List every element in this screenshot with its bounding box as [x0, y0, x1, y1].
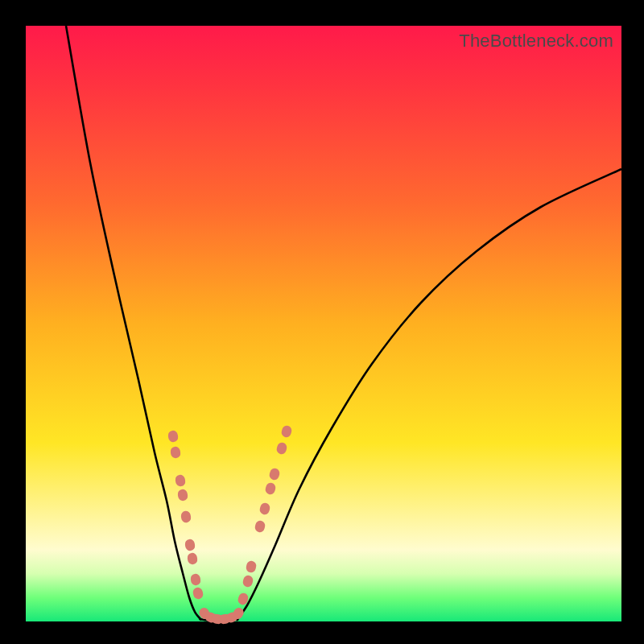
bead-marker: [175, 474, 186, 487]
bead-marker: [170, 446, 181, 459]
bead-marker: [280, 424, 292, 438]
chart-frame: TheBottleneck.com: [0, 0, 644, 644]
bead-marker: [184, 539, 196, 551]
chart-plot-area: TheBottleneck.com: [26, 26, 621, 621]
bead-marker: [254, 520, 266, 534]
bead-marker: [246, 560, 258, 574]
bead-marker: [275, 441, 287, 455]
bead-marker: [180, 510, 192, 523]
bead-marker: [187, 552, 198, 565]
bottleneck-curve: [66, 26, 621, 621]
bead-marker: [192, 587, 204, 601]
chart-svg: [26, 26, 621, 621]
bead-marker: [242, 575, 254, 588]
bead-marker: [264, 481, 276, 495]
bead-markers: [167, 424, 293, 624]
bead-marker: [177, 489, 188, 502]
bead-marker: [167, 430, 179, 443]
bead-marker: [258, 502, 270, 515]
bead-marker: [268, 467, 280, 481]
bead-marker: [190, 573, 201, 586]
